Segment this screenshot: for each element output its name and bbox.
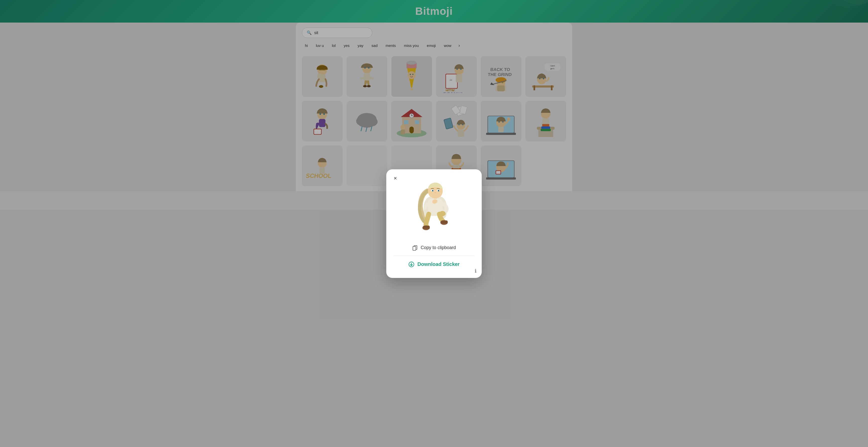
svg-point-116 (438, 190, 439, 191)
sticker-modal: × (386, 169, 482, 278)
svg-point-123 (439, 211, 445, 216)
modal-sticker-preview (406, 177, 462, 235)
clipboard-icon (412, 245, 418, 250)
svg-rect-125 (413, 246, 416, 250)
modal-divider (393, 255, 475, 256)
modal-overlay[interactable]: × (0, 0, 868, 447)
info-button[interactable]: ℹ (475, 268, 477, 274)
svg-rect-122 (441, 220, 447, 224)
download-sticker-button[interactable]: Download Sticker (393, 258, 475, 271)
modal-close-button[interactable]: × (391, 174, 399, 182)
svg-rect-120 (423, 226, 430, 229)
copy-label: Copy to clipboard (421, 245, 456, 250)
download-icon (408, 262, 414, 267)
modal-actions: Copy to clipboard Download Sticker (393, 242, 475, 271)
copy-to-clipboard-button[interactable]: Copy to clipboard (393, 242, 475, 253)
download-label: Download Sticker (417, 262, 460, 267)
svg-point-115 (433, 190, 433, 191)
bitmoji-character-svg (411, 180, 457, 233)
